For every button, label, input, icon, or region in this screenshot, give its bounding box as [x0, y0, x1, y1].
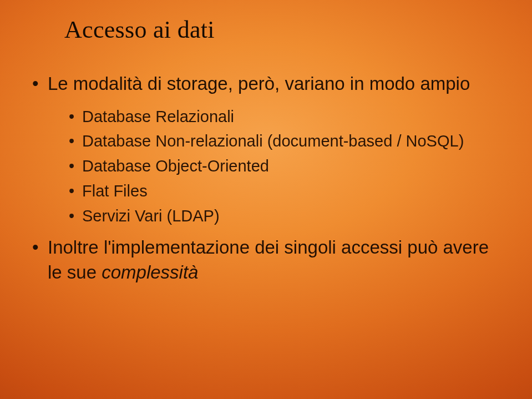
slide-title: Accesso ai dati [64, 16, 500, 44]
sub-bullet-item: Database Relazionali [60, 104, 500, 129]
bullet-text: Le modalità di storage, però, variano in… [48, 73, 470, 94]
bullet-list: Le modalità di storage, però, variano in… [32, 72, 500, 285]
sub-bullet-item: Flat Files [60, 179, 500, 204]
sub-bullet-item: Servizi Vari (LDAP) [60, 204, 500, 229]
bullet-item: Le modalità di storage, però, variano in… [32, 72, 500, 229]
sub-bullet-item: Database Non-relazionali (document-based… [60, 129, 500, 154]
bullet-text-emphasis: complessità [102, 262, 198, 282]
sub-bullet-item: Database Object-Oriented [60, 154, 500, 179]
sub-bullet-list: Database Relazionali Database Non-relazi… [48, 104, 500, 229]
bullet-item: Inoltre l'implementazione dei singoli ac… [32, 235, 500, 285]
